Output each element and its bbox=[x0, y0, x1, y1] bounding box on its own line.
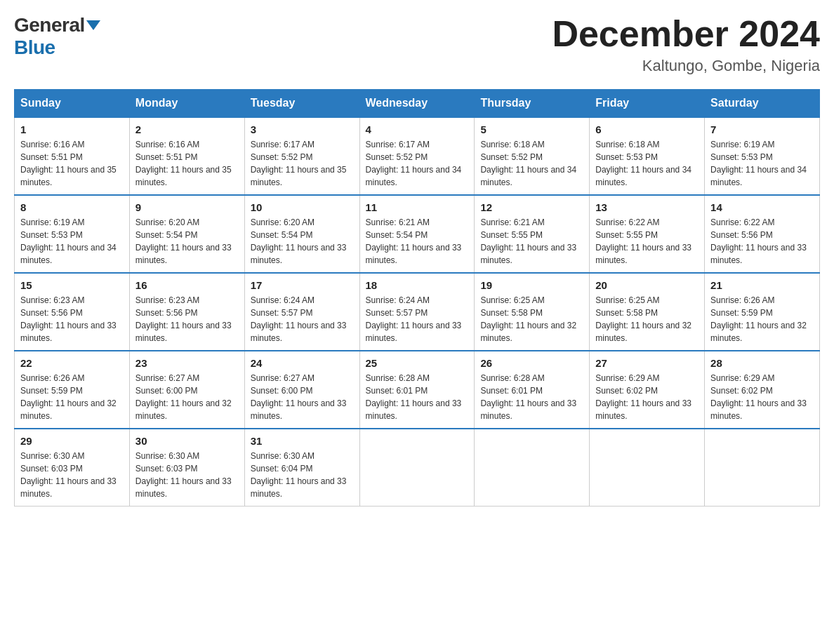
day-info: Sunrise: 6:27 AMSunset: 6:00 PMDaylight:… bbox=[251, 372, 354, 422]
day-number: 24 bbox=[251, 357, 354, 369]
day-info: Sunrise: 6:25 AMSunset: 5:58 PMDaylight:… bbox=[595, 294, 699, 344]
day-info: Sunrise: 6:16 AMSunset: 5:51 PMDaylight:… bbox=[135, 138, 239, 189]
day-number: 11 bbox=[366, 201, 469, 213]
day-info: Sunrise: 6:24 AMSunset: 5:57 PMDaylight:… bbox=[366, 294, 469, 344]
day-info: Sunrise: 6:23 AMSunset: 5:56 PMDaylight:… bbox=[20, 294, 124, 344]
day-info: Sunrise: 6:25 AMSunset: 5:58 PMDaylight:… bbox=[480, 294, 583, 344]
table-row: 29 Sunrise: 6:30 AMSunset: 6:03 PMDaylig… bbox=[15, 429, 130, 507]
table-row: 3 Sunrise: 6:17 AMSunset: 5:52 PMDayligh… bbox=[244, 117, 359, 195]
day-info: Sunrise: 6:28 AMSunset: 6:01 PMDaylight:… bbox=[480, 372, 583, 422]
day-number: 30 bbox=[135, 435, 239, 447]
day-number: 27 bbox=[595, 357, 699, 369]
day-info: Sunrise: 6:19 AMSunset: 5:53 PMDaylight:… bbox=[710, 138, 814, 189]
day-info: Sunrise: 6:29 AMSunset: 6:02 PMDaylight:… bbox=[595, 372, 699, 422]
table-row: 21 Sunrise: 6:26 AMSunset: 5:59 PMDaylig… bbox=[705, 273, 820, 351]
table-row: 31 Sunrise: 6:30 AMSunset: 6:04 PMDaylig… bbox=[244, 429, 359, 507]
table-row: 23 Sunrise: 6:27 AMSunset: 6:00 PMDaylig… bbox=[129, 351, 244, 429]
day-number: 3 bbox=[251, 123, 354, 135]
day-number: 21 bbox=[710, 279, 814, 291]
day-number: 2 bbox=[135, 123, 239, 135]
col-friday: Friday bbox=[590, 90, 705, 118]
title-section: December 2024 Kaltungo, Gombe, Nigeria bbox=[552, 14, 820, 75]
day-number: 31 bbox=[251, 435, 354, 447]
logo-blue-text: Blue bbox=[14, 36, 55, 59]
table-row: 25 Sunrise: 6:28 AMSunset: 6:01 PMDaylig… bbox=[359, 351, 475, 429]
day-info: Sunrise: 6:18 AMSunset: 5:53 PMDaylight:… bbox=[595, 138, 699, 189]
table-row: 8 Sunrise: 6:19 AMSunset: 5:53 PMDayligh… bbox=[15, 195, 130, 273]
day-number: 7 bbox=[710, 123, 814, 135]
table-row: 20 Sunrise: 6:25 AMSunset: 5:58 PMDaylig… bbox=[590, 273, 705, 351]
table-row: 7 Sunrise: 6:19 AMSunset: 5:53 PMDayligh… bbox=[705, 117, 820, 195]
day-info: Sunrise: 6:17 AMSunset: 5:52 PMDaylight:… bbox=[366, 138, 469, 189]
day-info: Sunrise: 6:19 AMSunset: 5:53 PMDaylight:… bbox=[20, 216, 124, 267]
table-row: 1 Sunrise: 6:16 AMSunset: 5:51 PMDayligh… bbox=[15, 117, 130, 195]
table-row: 9 Sunrise: 6:20 AMSunset: 5:54 PMDayligh… bbox=[129, 195, 244, 273]
table-row: 16 Sunrise: 6:23 AMSunset: 5:56 PMDaylig… bbox=[129, 273, 244, 351]
table-row bbox=[359, 429, 475, 507]
table-row: 22 Sunrise: 6:26 AMSunset: 5:59 PMDaylig… bbox=[15, 351, 130, 429]
table-row: 15 Sunrise: 6:23 AMSunset: 5:56 PMDaylig… bbox=[15, 273, 130, 351]
day-number: 25 bbox=[366, 357, 469, 369]
table-row: 27 Sunrise: 6:29 AMSunset: 6:02 PMDaylig… bbox=[590, 351, 705, 429]
logo-triangle-icon bbox=[86, 20, 100, 30]
day-number: 20 bbox=[595, 279, 699, 291]
page-header: General Blue December 2024 Kaltungo, Gom… bbox=[14, 14, 820, 75]
table-row: 13 Sunrise: 6:22 AMSunset: 5:55 PMDaylig… bbox=[590, 195, 705, 273]
day-info: Sunrise: 6:30 AMSunset: 6:04 PMDaylight:… bbox=[251, 450, 354, 500]
day-number: 1 bbox=[20, 123, 124, 135]
day-info: Sunrise: 6:30 AMSunset: 6:03 PMDaylight:… bbox=[20, 450, 124, 500]
day-info: Sunrise: 6:26 AMSunset: 5:59 PMDaylight:… bbox=[710, 294, 814, 344]
day-number: 12 bbox=[480, 201, 583, 213]
day-number: 17 bbox=[251, 279, 354, 291]
day-number: 22 bbox=[20, 357, 124, 369]
day-number: 6 bbox=[595, 123, 699, 135]
logo: General Blue bbox=[14, 14, 100, 59]
day-number: 14 bbox=[710, 201, 814, 213]
day-number: 5 bbox=[480, 123, 583, 135]
calendar-week-row: 1 Sunrise: 6:16 AMSunset: 5:51 PMDayligh… bbox=[15, 117, 820, 195]
day-info: Sunrise: 6:20 AMSunset: 5:54 PMDaylight:… bbox=[251, 216, 354, 267]
day-info: Sunrise: 6:29 AMSunset: 6:02 PMDaylight:… bbox=[710, 372, 814, 422]
table-row bbox=[475, 429, 590, 507]
day-number: 19 bbox=[480, 279, 583, 291]
day-info: Sunrise: 6:17 AMSunset: 5:52 PMDaylight:… bbox=[251, 138, 354, 189]
day-number: 16 bbox=[135, 279, 239, 291]
day-number: 8 bbox=[20, 201, 124, 213]
calendar-week-row: 8 Sunrise: 6:19 AMSunset: 5:53 PMDayligh… bbox=[15, 195, 820, 273]
table-row: 18 Sunrise: 6:24 AMSunset: 5:57 PMDaylig… bbox=[359, 273, 475, 351]
col-thursday: Thursday bbox=[475, 90, 590, 118]
day-info: Sunrise: 6:24 AMSunset: 5:57 PMDaylight:… bbox=[251, 294, 354, 344]
day-number: 23 bbox=[135, 357, 239, 369]
calendar-table: Sunday Monday Tuesday Wednesday Thursday… bbox=[14, 89, 820, 507]
day-number: 10 bbox=[251, 201, 354, 213]
day-info: Sunrise: 6:23 AMSunset: 5:56 PMDaylight:… bbox=[135, 294, 239, 344]
day-info: Sunrise: 6:21 AMSunset: 5:54 PMDaylight:… bbox=[366, 216, 469, 267]
table-row: 19 Sunrise: 6:25 AMSunset: 5:58 PMDaylig… bbox=[475, 273, 590, 351]
logo-general-text: General bbox=[14, 14, 85, 36]
calendar-week-row: 15 Sunrise: 6:23 AMSunset: 5:56 PMDaylig… bbox=[15, 273, 820, 351]
day-number: 9 bbox=[135, 201, 239, 213]
day-number: 29 bbox=[20, 435, 124, 447]
col-wednesday: Wednesday bbox=[359, 90, 475, 118]
table-row bbox=[705, 429, 820, 507]
day-info: Sunrise: 6:27 AMSunset: 6:00 PMDaylight:… bbox=[135, 372, 239, 422]
day-number: 28 bbox=[710, 357, 814, 369]
day-info: Sunrise: 6:21 AMSunset: 5:55 PMDaylight:… bbox=[480, 216, 583, 267]
day-number: 18 bbox=[366, 279, 469, 291]
table-row: 17 Sunrise: 6:24 AMSunset: 5:57 PMDaylig… bbox=[244, 273, 359, 351]
day-info: Sunrise: 6:18 AMSunset: 5:52 PMDaylight:… bbox=[480, 138, 583, 189]
day-info: Sunrise: 6:20 AMSunset: 5:54 PMDaylight:… bbox=[135, 216, 239, 267]
table-row: 11 Sunrise: 6:21 AMSunset: 5:54 PMDaylig… bbox=[359, 195, 475, 273]
day-info: Sunrise: 6:28 AMSunset: 6:01 PMDaylight:… bbox=[366, 372, 469, 422]
table-row bbox=[590, 429, 705, 507]
day-info: Sunrise: 6:22 AMSunset: 5:56 PMDaylight:… bbox=[710, 216, 814, 267]
table-row: 12 Sunrise: 6:21 AMSunset: 5:55 PMDaylig… bbox=[475, 195, 590, 273]
day-info: Sunrise: 6:30 AMSunset: 6:03 PMDaylight:… bbox=[135, 450, 239, 500]
table-row: 6 Sunrise: 6:18 AMSunset: 5:53 PMDayligh… bbox=[590, 117, 705, 195]
day-number: 15 bbox=[20, 279, 124, 291]
table-row: 26 Sunrise: 6:28 AMSunset: 6:01 PMDaylig… bbox=[475, 351, 590, 429]
table-row: 10 Sunrise: 6:20 AMSunset: 5:54 PMDaylig… bbox=[244, 195, 359, 273]
table-row: 14 Sunrise: 6:22 AMSunset: 5:56 PMDaylig… bbox=[705, 195, 820, 273]
location-text: Kaltungo, Gombe, Nigeria bbox=[552, 57, 820, 75]
day-info: Sunrise: 6:26 AMSunset: 5:59 PMDaylight:… bbox=[20, 372, 124, 422]
